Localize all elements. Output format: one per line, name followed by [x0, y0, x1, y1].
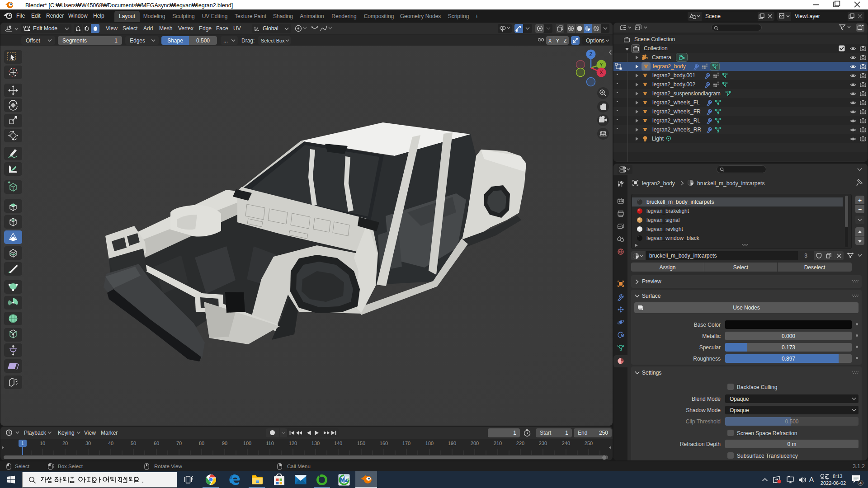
svg-text:160: 160: [380, 441, 388, 446]
svg-text:8:13: 8:13: [833, 474, 842, 479]
svg-text:2022-06-02: 2022-06-02: [821, 480, 846, 486]
svg-text:180: 180: [425, 441, 434, 446]
svg-text:60: 60: [154, 441, 159, 446]
svg-text:250: 250: [585, 441, 593, 446]
svg-text:20: 20: [62, 441, 68, 446]
svg-text:X: X: [599, 70, 603, 75]
svg-text:230: 230: [539, 441, 547, 446]
svg-text:140: 140: [334, 441, 342, 446]
svg-text:70: 70: [176, 441, 182, 446]
svg-text:150: 150: [357, 441, 365, 446]
svg-text:120: 120: [289, 441, 297, 446]
svg-text:90: 90: [222, 441, 227, 446]
svg-text:10: 10: [40, 441, 45, 446]
svg-text:220: 220: [516, 441, 524, 446]
svg-text:30: 30: [85, 441, 91, 446]
svg-text:130: 130: [311, 441, 320, 446]
svg-text:Z: Z: [590, 52, 593, 57]
svg-text:80: 80: [199, 441, 204, 446]
svg-text:240: 240: [562, 441, 570, 446]
svg-text:170: 170: [402, 441, 410, 446]
svg-text:40: 40: [108, 441, 113, 446]
svg-text:50: 50: [131, 441, 136, 446]
svg-text:100: 100: [243, 441, 251, 446]
svg-text:200: 200: [471, 441, 479, 446]
svg-text:190: 190: [448, 441, 456, 446]
svg-text:210: 210: [494, 441, 502, 446]
svg-text:110: 110: [266, 441, 274, 446]
svg-text:4: 4: [859, 481, 862, 485]
svg-text:Y: Y: [599, 62, 603, 67]
svg-text:1: 1: [21, 441, 24, 446]
